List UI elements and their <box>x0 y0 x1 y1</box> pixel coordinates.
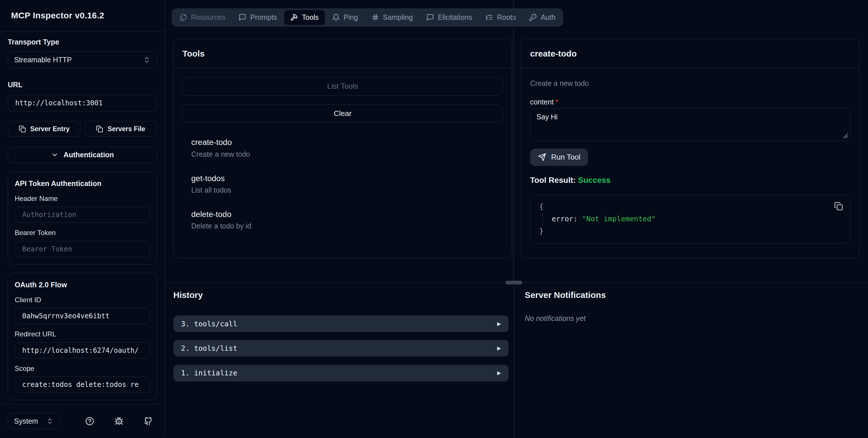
bell-icon <box>332 13 340 21</box>
tool-list-item-get-todos[interactable]: get-todos List all todos <box>191 173 503 195</box>
sidebar-header: MCP Inspector v0.16.2 <box>0 0 165 32</box>
field-name: content <box>530 98 554 106</box>
history-item-label: 2. tools/list <box>181 344 237 352</box>
api-token-card: API Token Authentication Header Name Bea… <box>8 171 157 264</box>
theme-select[interactable]: System <box>8 413 60 429</box>
tool-name: get-todos <box>191 173 503 184</box>
tab-prompts[interactable]: Prompts <box>232 10 283 25</box>
tool-result-label: Tool Result: <box>530 176 576 185</box>
bottom-pane-divider[interactable] <box>514 283 515 438</box>
files-icon <box>179 13 187 21</box>
message-square-icon <box>426 13 434 21</box>
oauth-title: OAuth 2.0 Flow <box>14 280 150 290</box>
json-key: error: <box>552 215 578 223</box>
sidebar: MCP Inspector v0.16.2 Transport Type Str… <box>0 0 165 438</box>
client-id-input[interactable] <box>14 308 150 324</box>
tab-resources[interactable]: Resources <box>174 10 231 25</box>
header-name-label: Header Name <box>14 194 150 204</box>
url-input[interactable] <box>8 95 157 112</box>
no-notifications-text: No notifications yet <box>525 314 586 323</box>
tool-description: Create a new todo <box>191 149 503 159</box>
github-icon <box>144 417 153 426</box>
transport-type-label: Transport Type <box>8 37 157 47</box>
tab-label: Prompts <box>250 13 277 22</box>
mcp-inspector-app: MCP Inspector v0.16.2 Transport Type Str… <box>0 0 868 438</box>
expand-arrow-icon: ▶ <box>497 370 501 376</box>
chevrons-up-down-icon <box>46 418 53 425</box>
send-icon <box>538 153 546 161</box>
tab-roots[interactable]: Roots <box>479 10 522 25</box>
tab-elicitations[interactable]: Elicitations <box>420 10 478 25</box>
tab-label: Sampling <box>383 13 413 22</box>
sidebar-body: Transport Type Streamable HTTP URL Serve… <box>0 32 165 400</box>
scope-input[interactable] <box>14 377 150 393</box>
key-icon <box>529 13 537 21</box>
copy-icon <box>96 125 103 133</box>
tool-description: Delete a todo by id <box>191 221 503 231</box>
authentication-label: Authentication <box>63 151 114 159</box>
tool-result-line: Tool Result: Success <box>530 176 851 185</box>
json-open-brace: { <box>539 200 841 213</box>
run-tool-label: Run Tool <box>551 153 580 162</box>
servers-file-button[interactable]: Servers File <box>84 121 157 137</box>
tool-detail-description: Create a new todo <box>530 79 851 88</box>
top-pane-divider[interactable] <box>513 0 514 282</box>
history-item-tools-list[interactable]: 2. tools/list ▶ <box>174 340 509 356</box>
copy-icon <box>19 125 26 133</box>
tool-result-json: { error: "Not implemented" } <box>530 195 851 244</box>
hash-icon <box>371 13 379 21</box>
history-item-label: 1. initialize <box>181 369 237 377</box>
tab-label: Auth <box>541 13 556 22</box>
bug-report-button[interactable] <box>115 417 123 426</box>
redirect-url-input[interactable] <box>14 342 150 358</box>
server-notifications-title: Server Notifications <box>525 290 606 300</box>
tab-ping[interactable]: Ping <box>326 10 364 25</box>
tool-result-status: Success <box>578 176 611 185</box>
message-square-icon <box>239 13 246 21</box>
transport-type-select[interactable]: Streamable HTTP <box>8 51 157 68</box>
tab-sampling[interactable]: Sampling <box>365 10 419 25</box>
hammer-icon <box>290 13 298 21</box>
redirect-url-label: Redirect URL <box>14 330 150 339</box>
history-item-initialize[interactable]: 1. initialize ▶ <box>174 365 509 381</box>
main-area: Resources Prompts Tools Ping Sampling El… <box>166 0 868 438</box>
tools-panel-title: Tools <box>174 39 512 68</box>
tool-list: create-todo Create a new todo get-todos … <box>182 123 503 231</box>
oauth-card: OAuth 2.0 Flow Client ID Redirect URL Sc… <box>8 273 157 400</box>
tab-tools[interactable]: Tools <box>284 10 324 25</box>
tools-panel: Tools List Tools Clear create-todo Creat… <box>174 39 512 258</box>
help-button[interactable] <box>85 417 94 426</box>
expand-arrow-icon: ▶ <box>497 345 501 351</box>
tool-name: create-todo <box>191 137 503 148</box>
content-textarea[interactable]: Say Hi <box>530 108 851 141</box>
github-button[interactable] <box>144 417 153 426</box>
clear-button[interactable]: Clear <box>182 104 503 123</box>
copy-result-button[interactable] <box>834 202 843 211</box>
tool-detail-title: create-todo <box>521 39 859 68</box>
json-close-brace: } <box>539 225 841 237</box>
header-name-input[interactable] <box>14 207 150 223</box>
tab-label: Elicitations <box>438 13 472 22</box>
json-value: "Not implemented" <box>582 215 656 223</box>
tool-list-item-delete-todo[interactable]: delete-todo Delete a todo by id <box>191 209 503 231</box>
sidebar-footer: System <box>0 404 165 438</box>
client-id-label: Client ID <box>14 295 150 305</box>
history-item-tools-call[interactable]: 3. tools/call ▶ <box>174 315 509 332</box>
expand-arrow-icon: ▶ <box>497 321 501 327</box>
required-mark: * <box>555 98 558 106</box>
tool-list-item-create-todo[interactable]: create-todo Create a new todo <box>191 137 503 159</box>
chevron-down-icon <box>51 151 59 159</box>
server-entry-label: Server Entry <box>30 125 70 133</box>
run-tool-button[interactable]: Run Tool <box>530 149 588 166</box>
list-tools-button[interactable]: List Tools <box>182 77 503 96</box>
history-title: History <box>174 290 203 300</box>
tab-auth[interactable]: Auth <box>523 10 561 25</box>
url-label: URL <box>8 80 157 90</box>
authentication-toggle[interactable]: Authentication <box>8 147 157 163</box>
list-tree-icon <box>485 13 493 21</box>
bearer-token-input[interactable] <box>14 241 150 257</box>
server-entry-button[interactable]: Server Entry <box>8 121 81 137</box>
scope-label: Scope <box>14 364 150 373</box>
theme-value: System <box>14 417 38 426</box>
app-title: MCP Inspector v0.16.2 <box>11 11 104 20</box>
